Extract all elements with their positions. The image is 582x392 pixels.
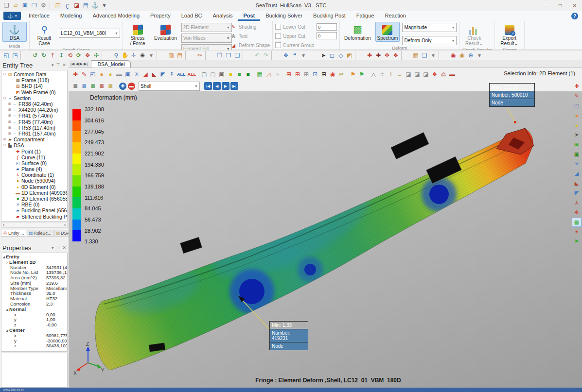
panel-menu-icon[interactable]: ▾ — [52, 63, 54, 68]
spin-ccw-icon[interactable]: ⟲ — [66, 51, 74, 60]
sep[interactable] — [271, 51, 281, 60]
evaluation-button[interactable]: Evaluation — [152, 22, 179, 42]
tree-item[interactable]: ▰ Plane (4) — [1, 166, 67, 172]
property-row[interactable]: Thickness 35,0 — [1, 291, 67, 296]
save-icon[interactable]: ▣ — [21, 1, 29, 9]
pick-overflow-icon[interactable]: ▾ — [429, 51, 438, 60]
toggle-stiffened-icon[interactable]: ◤ — [159, 69, 167, 79]
stress-force-button[interactable]: Stress/ Force — [125, 22, 150, 47]
undo-icon[interactable]: ↶ — [253, 51, 262, 60]
remove-layer-button[interactable]: ▬ — [128, 83, 135, 90]
pick-flag-icon[interactable]: ⚑ — [572, 237, 582, 246]
shaded-dark-view-icon[interactable]: ■ — [244, 69, 252, 79]
toggle-point-icon[interactable]: ✚ — [71, 69, 80, 79]
toggle-coordinate-icon[interactable]: ↟ — [167, 69, 176, 79]
pick-buckling-icon[interactable]: ◣ — [572, 179, 582, 188]
feature-line-icon[interactable]: ◿ — [264, 69, 273, 79]
grid-red2-icon[interactable]: ⊞ — [293, 69, 302, 79]
select-polygon-icon[interactable]: ◇ — [336, 51, 345, 60]
property-row[interactable]: y -30000,0000 — [1, 338, 67, 343]
fix-support-icon[interactable]: ⊥ — [387, 69, 395, 79]
add-window-icon[interactable]: ⊕ — [466, 51, 475, 60]
tree-item[interactable]: ʃ Curve (11) — [1, 154, 67, 160]
tree-item[interactable]: ◰ Surface (0) — [1, 160, 67, 166]
sep[interactable] — [355, 51, 364, 60]
settings-icon[interactable]: ⚙ — [39, 1, 48, 9]
help-button[interactable]: ? — [571, 13, 578, 19]
tree-item[interactable]: ▰ Buckling Panel (656058) — [1, 207, 67, 213]
tree-item[interactable]: ⊞ ⌐ FR61 (157.40m) — [1, 131, 67, 136]
record-view-icon[interactable]: ❏ — [233, 51, 242, 60]
fit-window-icon[interactable]: ✛ — [129, 51, 138, 60]
erase-bc-icon[interactable]: ◪ — [422, 69, 430, 79]
panel-menu-icon[interactable]: ▾ — [52, 245, 54, 250]
tab-entity[interactable]: ⁂ Entity ... — [1, 230, 26, 237]
report-list-icon[interactable]: ▤ — [82, 1, 90, 9]
stress-entity-combo[interactable]: 2D Element▼ — [181, 23, 232, 32]
window-overflow-icon[interactable]: ▾ — [299, 51, 308, 60]
tree-item[interactable]: ✳ RBE (0) — [1, 202, 67, 207]
property-row[interactable]: Node No, List 135736 ,135737,.. — [1, 270, 67, 275]
save-image-icon[interactable]: ❒ — [224, 51, 233, 60]
pick-node-icon[interactable]: ● — [572, 111, 582, 120]
first-frame-button[interactable]: |◀ — [204, 82, 212, 90]
select-paint-icon[interactable]: ◩ — [345, 51, 354, 60]
window-layout-icon[interactable]: ❖ — [282, 51, 290, 60]
grid-black-icon[interactable]: ⊞ — [319, 69, 328, 79]
label-2d-icon[interactable]: ⚑ — [357, 69, 366, 79]
minimize-button[interactable]: – — [538, 0, 553, 11]
copy-image-icon[interactable]: ❐ — [215, 51, 224, 60]
property-row[interactable]: z 30438,1000 — [1, 343, 67, 349]
property-row[interactable]: ▷ Element 2D — [1, 259, 67, 265]
lower-cut-checkbox[interactable]: Lower Cut — [275, 23, 314, 31]
pick-point-icon[interactable]: ✚ — [572, 82, 582, 91]
grid-blue-icon[interactable]: ⊡ — [311, 69, 319, 79]
measure-icon[interactable]: ↔ — [395, 69, 404, 79]
layer-edit-icon[interactable]: ≣ — [88, 82, 97, 91]
tree-expander-icon[interactable]: ⊞ — [7, 120, 12, 124]
pick-stiffened-icon[interactable]: ◤ — [572, 188, 582, 198]
spin-cw-icon[interactable]: ⟳ — [74, 51, 83, 60]
pick-cross-icon[interactable]: ✜ — [383, 51, 391, 60]
tent-icon[interactable]: △ — [369, 69, 378, 79]
property-row[interactable]: ◢ Normal — [1, 307, 67, 312]
free-rotate-icon[interactable]: ✥ — [83, 51, 92, 60]
check-result-button[interactable]: CheckResult⌄ — [462, 22, 486, 47]
shell-combo[interactable]: Shell▼ — [139, 82, 200, 91]
sep[interactable] — [205, 51, 214, 60]
sep[interactable] — [401, 51, 410, 60]
show-picked-icon[interactable]: ◉ — [458, 51, 466, 60]
property-row[interactable]: x 0,00 — [1, 312, 67, 317]
grid-red-icon[interactable]: ⊞ — [284, 69, 293, 79]
mesh-view-icon[interactable]: ▦ — [255, 69, 264, 79]
rotate-left-icon[interactable]: ↺ — [31, 51, 39, 60]
deform-component-combo[interactable]: Magnitude▼ — [402, 23, 457, 32]
select-cursor-icon[interactable]: ➤ — [319, 51, 328, 60]
property-row[interactable]: z -0,00 — [1, 322, 67, 327]
tree-item[interactable]: ⊟ ⌐ Section — [1, 95, 67, 101]
property-row[interactable]: ◢ Entity — [1, 254, 67, 259]
weight-icon[interactable]: ⚖ — [439, 69, 448, 79]
shade-wire-view-icon[interactable]: ▣ — [217, 69, 226, 79]
eraser-icon[interactable]: ◪ — [72, 1, 81, 9]
hide-all-button[interactable]: ALL — [187, 69, 197, 79]
open-file-icon[interactable]: ▱ — [12, 1, 20, 9]
toolbar-sep[interactable] — [50, 2, 52, 9]
sep[interactable] — [185, 51, 194, 60]
prev-frame-button[interactable]: ◀ — [213, 82, 221, 90]
pick-coordinate-icon[interactable]: ⅄ — [572, 198, 582, 207]
shaded-green-view-icon[interactable]: ■ — [235, 69, 244, 79]
tree-item[interactable]: ● Node (590094) — [1, 178, 67, 184]
deform-mode-combo[interactable]: Deform Only▼ — [402, 36, 457, 45]
curve-tool-icon[interactable]: ʗ — [63, 1, 71, 9]
deform-shape-option[interactable]: ◢Deform Shape — [230, 41, 270, 49]
tree-item[interactable]: ⊞ ⌐ X44200 (44.20m) — [1, 107, 67, 113]
dsa-mode-button[interactable]: ⚓ DSA — [2, 22, 27, 42]
pick-surface-icon[interactable]: ◰ — [572, 101, 582, 110]
view-axis-icon[interactable]: ✣ — [92, 51, 101, 60]
tree-item[interactable]: ▥ BHD (14) — [1, 83, 67, 89]
panel-close-icon[interactable]: ✕ — [62, 63, 66, 68]
model-tab[interactable]: DSA_Model — [91, 60, 131, 68]
zoom-back-icon[interactable]: ◳ — [11, 51, 19, 60]
deformation-button[interactable]: ▩ Deformation — [342, 22, 372, 42]
